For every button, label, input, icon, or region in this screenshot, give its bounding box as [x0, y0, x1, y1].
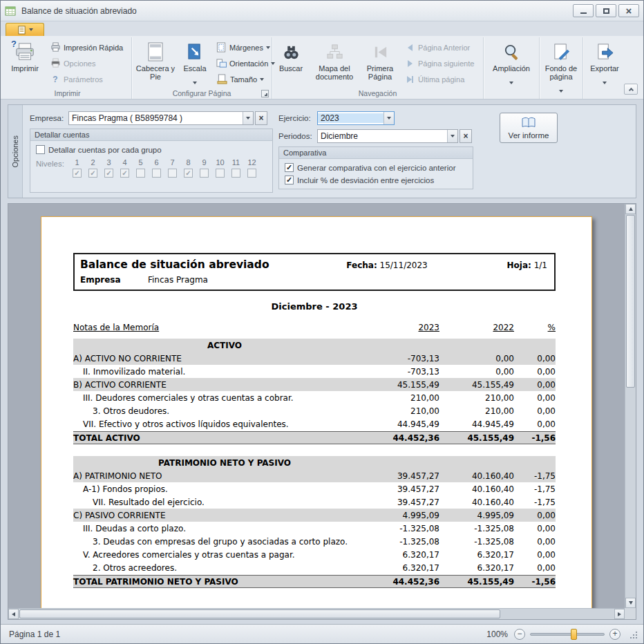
ribbon-group-navegacion: Buscar Mapa del documento Primera Página: [272, 37, 484, 99]
ribbon-group-exportar: Exportar: [583, 37, 626, 99]
detallar-group-caption: Detallar cuentas: [30, 129, 272, 141]
zoom-in-button[interactable]: [609, 629, 621, 640]
nivel-item: 3: [101, 158, 117, 178]
nivel-number: 12: [247, 158, 256, 167]
empresa-dropdown-button[interactable]: [243, 112, 253, 124]
periodos-combobox[interactable]: Diciembre: [317, 129, 458, 143]
col-pct: %: [514, 323, 556, 332]
export-button[interactable]: Exportar: [585, 38, 625, 88]
print-button[interactable]: ? Imprimir: [5, 38, 45, 74]
resize-grip[interactable]: [628, 629, 638, 639]
ejercicio-combobox[interactable]: 2023: [317, 111, 395, 125]
row-value-2023: 6.320,17: [376, 550, 439, 560]
nivel-checkbox: [120, 169, 129, 178]
row-label: C) PASIVO CORRIENTE: [73, 511, 376, 520]
comparativa-anterior-checkbox[interactable]: Generar comparativa con el ejercicio ant…: [285, 163, 467, 172]
options-tab[interactable]: Opciones: [8, 105, 23, 198]
chevron-down-icon: [246, 117, 250, 120]
chevron-down-icon: [603, 82, 607, 84]
nivel-number: 2: [91, 158, 95, 167]
scroll-right-button[interactable]: [614, 609, 625, 619]
maximize-button[interactable]: [596, 4, 616, 17]
vertical-scrollbar[interactable]: [625, 204, 636, 608]
ribbon-group-fondo: Fondo de página: [540, 37, 583, 99]
search-button[interactable]: Buscar: [274, 38, 308, 74]
report-row: 2. Otros acreedores. 6.320,17 6.320,17 0…: [73, 561, 556, 574]
zoom-out-button[interactable]: [514, 629, 525, 640]
periodos-value: Diciembre: [318, 131, 447, 141]
periodos-clear-button[interactable]: [460, 129, 472, 143]
periodos-dropdown-button[interactable]: [447, 130, 457, 142]
row-value-2022: 210,00: [439, 393, 514, 403]
scale-button[interactable]: Escala: [178, 38, 211, 88]
row-value-2022: -1.325,08: [439, 537, 514, 547]
zoom-button[interactable]: Ampliación: [485, 38, 538, 88]
detallar-checkbox[interactable]: Detallar cuentas por cada grupo: [36, 145, 267, 154]
title-bar: Balance de situación abreviado: [1, 1, 643, 21]
report-row: 3. Deudas con empresas del grupo y asoci…: [73, 535, 556, 548]
row-value-2022: 6.320,17: [439, 563, 514, 573]
zoom-slider-thumb[interactable]: [571, 629, 577, 640]
nivel-checkbox: [184, 169, 193, 178]
report-row: VII. Efectivo y otros activos líquidos e…: [73, 417, 556, 430]
first-page-icon: [371, 41, 390, 63]
desviacion-checkbox[interactable]: Incluir % de desviación entre ejercicios: [285, 176, 467, 184]
scroll-down-button[interactable]: [625, 598, 636, 608]
prev-page-icon: [404, 42, 415, 53]
horizontal-scrollbar-thumb[interactable]: [19, 609, 500, 618]
ribbon-group-label-imprimir: Imprimir: [5, 88, 130, 99]
collapse-ribbon-button[interactable]: [624, 84, 638, 95]
row-value-pct: 0,00: [514, 393, 556, 403]
app-menu-button[interactable]: [6, 23, 44, 36]
row-value-pct: 0,00: [514, 380, 556, 390]
row-value-pct: -1,75: [514, 471, 556, 481]
margins-button[interactable]: Márgenes: [212, 40, 270, 55]
size-button[interactable]: Tamaño: [212, 72, 270, 86]
close-button[interactable]: [618, 4, 639, 17]
dialog-launcher-icon[interactable]: [261, 90, 269, 97]
zoom-slider[interactable]: [530, 629, 605, 640]
row-value-pct: 0,00: [514, 537, 556, 547]
nivel-item: 12: [244, 158, 260, 178]
row-value-2023: 39.457,27: [376, 484, 439, 494]
vertical-scrollbar-thumb[interactable]: [626, 215, 635, 388]
report-title: Balance de situación abreviado: [80, 258, 346, 271]
row-value-pct: -1,56: [514, 577, 556, 587]
page-background-button[interactable]: Fondo de página: [541, 38, 581, 97]
quick-print-button[interactable]: Impresión Rápida: [46, 40, 130, 55]
document-map-button: Mapa del documento: [309, 38, 360, 82]
window-title: Balance de situación abreviado: [21, 6, 137, 16]
row-label: A) ACTIVO NO CORRIENTE: [73, 354, 376, 363]
ejercicio-dropdown-button[interactable]: [383, 112, 394, 124]
row-value-2022: 45.155,49: [439, 433, 514, 443]
report-row: 3. Otros deudores. 210,00 210,00 0,00: [73, 404, 556, 417]
ver-informe-button[interactable]: Ver informe: [500, 113, 558, 143]
row-label: A-1) Fondos propios.: [73, 484, 376, 494]
horizontal-scrollbar[interactable]: [8, 608, 625, 619]
app-icon: [5, 6, 17, 17]
empresa-clear-button[interactable]: [255, 111, 267, 125]
nivel-item: 6: [149, 158, 164, 178]
row-label: III. Deudas a corto plazo.: [73, 524, 376, 533]
last-page-icon: [404, 74, 415, 85]
nivel-item: 2: [85, 158, 101, 178]
scroll-left-button[interactable]: [8, 609, 19, 619]
niveles-grid: 1 2 3 4: [69, 158, 260, 178]
scroll-up-button[interactable]: [625, 204, 636, 214]
ver-informe-label: Ver informe: [509, 131, 549, 140]
row-label: II. Inmovilizado material.: [73, 367, 376, 377]
row-value-2023: 4.995,09: [376, 511, 439, 520]
print-options-icon: [50, 58, 61, 69]
nivel-item: 10: [212, 158, 228, 178]
minimize-button[interactable]: [573, 4, 594, 17]
chevron-down-icon: [387, 117, 391, 120]
nivel-checkbox: [247, 169, 256, 178]
row-value-pct: 0,00: [514, 511, 556, 520]
row-value-2022: 0,00: [439, 354, 514, 363]
empresa-combobox[interactable]: Fincas Pragma ( B58959784 ): [68, 111, 254, 125]
status-bar: Página 1 de 1 100%: [1, 624, 643, 643]
nivel-checkbox: [152, 169, 161, 178]
zoom-icon: [502, 41, 521, 63]
header-footer-button[interactable]: Cabecera y Pie: [133, 38, 178, 82]
orientation-button[interactable]: Orientación: [212, 56, 270, 70]
